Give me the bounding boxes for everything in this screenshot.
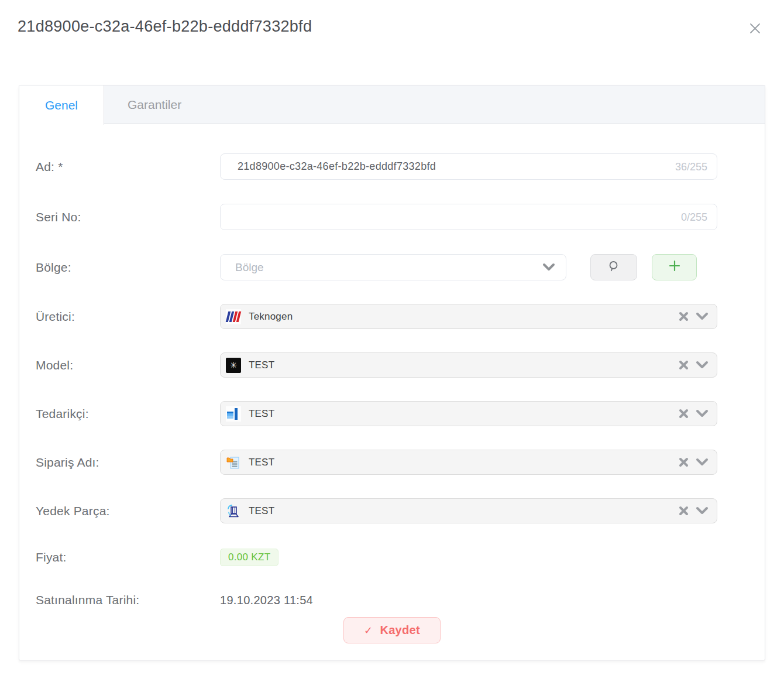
form-row-seri-no: Seri No: 0/255: [19, 204, 765, 230]
save-button-label: Kaydet: [380, 624, 420, 637]
asset-detail-card: Genel Garantiler Ad: * 36/255 Seri No: 0…: [19, 85, 765, 660]
uretici-label: Üretici:: [36, 310, 220, 324]
uretici-select[interactable]: Teknogen: [220, 304, 717, 329]
modal-header: 21d8900e-c32a-46ef-b22b-edddf7332bfd: [0, 0, 784, 40]
form-row-yedek-parca: Yedek Parça: TEST: [19, 498, 765, 523]
footer-row: ✓ Kaydet: [19, 617, 765, 643]
tedarikci-value: TEST: [249, 408, 274, 420]
search-icon: [608, 261, 620, 274]
chevron-down-icon: [696, 458, 709, 467]
order-document-icon: [226, 455, 241, 470]
siparis-adi-select[interactable]: TEST: [220, 450, 717, 475]
check-icon: ✓: [364, 624, 373, 637]
clear-icon[interactable]: [678, 359, 689, 371]
tab-garantiler[interactable]: Garantiler: [104, 85, 205, 124]
bolge-placeholder: Bölge: [235, 261, 542, 274]
model-label: Model:: [36, 358, 220, 372]
close-icon: [748, 29, 762, 37]
tedarikci-select[interactable]: TEST: [220, 401, 717, 426]
tab-garantiler-label: Garantiler: [128, 98, 181, 112]
yedek-parca-select[interactable]: TEST: [220, 498, 717, 523]
close-button[interactable]: [745, 19, 765, 40]
chevron-down-icon: [696, 506, 709, 515]
form-row-fiyat: Fiyat: 0.00 KZT: [19, 549, 765, 566]
fiyat-label: Fiyat:: [36, 550, 220, 564]
form-row-model: Model: ✳ TEST: [19, 352, 765, 378]
satinalinma-tarihi-label: Satınalınma Tarihi:: [36, 593, 220, 607]
form-row-bolge: Bölge: Bölge: [19, 254, 765, 280]
chevron-down-icon: [696, 361, 709, 369]
model-value: TEST: [249, 359, 274, 371]
siparis-adi-value: TEST: [249, 457, 274, 468]
tab-content-genel: Ad: * 36/255 Seri No: 0/255 Bölge:: [19, 124, 765, 643]
siparis-adi-label: Sipariş Adı:: [36, 455, 220, 470]
bolge-label: Bölge:: [36, 261, 220, 275]
form-row-tedarikci: Tedarikçi: TEST: [19, 401, 765, 426]
bolge-select[interactable]: Bölge: [220, 254, 566, 280]
seri-no-input[interactable]: [220, 204, 717, 230]
seri-no-label: Seri No:: [36, 210, 220, 224]
clear-icon[interactable]: [678, 457, 689, 468]
clear-icon[interactable]: [678, 505, 689, 516]
ad-char-counter: 36/255: [675, 160, 707, 173]
tab-genel-label: Genel: [45, 98, 78, 112]
modal-title: 21d8900e-c32a-46ef-b22b-edddf7332bfd: [18, 18, 312, 36]
form-row-ad: Ad: * 36/255: [19, 153, 765, 180]
chevron-down-icon: [696, 312, 709, 321]
tab-genel[interactable]: Genel: [19, 85, 104, 125]
spare-part-icon: [226, 504, 241, 519]
save-button[interactable]: ✓ Kaydet: [343, 617, 441, 643]
ad-input[interactable]: [220, 153, 717, 180]
form-row-siparis-adi: Sipariş Adı: TEST: [19, 450, 765, 475]
uretici-value: Teknogen: [249, 311, 293, 323]
model-select[interactable]: ✳ TEST: [220, 352, 717, 378]
clear-icon[interactable]: [678, 311, 689, 322]
tab-bar: Genel Garantiler: [19, 85, 765, 124]
bolge-add-button[interactable]: [652, 254, 697, 280]
yedek-parca-value: TEST: [249, 505, 274, 517]
ad-label: Ad: *: [36, 160, 220, 174]
tedarikci-label: Tedarikçi:: [36, 407, 220, 421]
bolge-search-button[interactable]: [590, 254, 637, 280]
purchase-date-value: 19.10.2023 11:54: [220, 594, 313, 607]
chevron-down-icon: [696, 409, 709, 418]
teknogen-logo-icon: [226, 309, 241, 324]
seri-no-char-counter: 0/255: [681, 211, 707, 223]
form-row-satinalinma-tarihi: Satınalınma Tarihi: 19.10.2023 11:54: [19, 593, 765, 607]
model-emblem-icon: ✳: [226, 358, 241, 373]
plus-icon: [668, 258, 681, 276]
yedek-parca-label: Yedek Parça:: [36, 504, 220, 518]
supplier-logo-icon: [226, 406, 241, 422]
chevron-down-icon: [542, 263, 555, 272]
clear-icon[interactable]: [678, 408, 689, 419]
form-row-uretici: Üretici: Teknogen: [19, 304, 765, 329]
price-badge: 0.00 KZT: [220, 549, 278, 566]
